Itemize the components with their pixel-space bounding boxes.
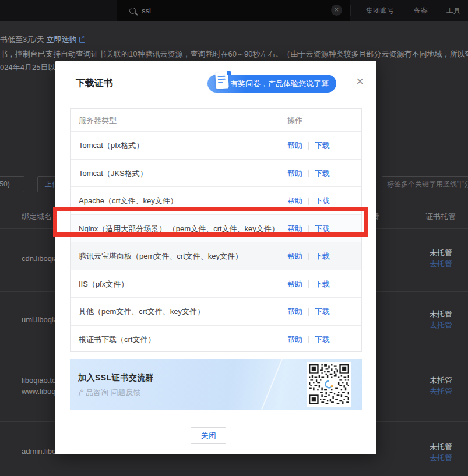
action-divider	[308, 308, 309, 316]
table-row-tomcat-pfx: Tomcat（pfx格式） 帮助下载	[71, 131, 361, 159]
hosting-cell: 未托管 去托管	[430, 247, 452, 269]
promo-text: 书低至3元/天	[0, 35, 46, 44]
table-row-root-cert: 根证书下载（crt文件） 帮助下载	[71, 325, 361, 353]
domain-cell: cdn.liboqia	[22, 254, 58, 263]
help-link[interactable]: 帮助	[287, 196, 302, 206]
table-row-apache: Apache（crt文件、key文件） 帮助下载	[71, 186, 361, 214]
survey-banner-button[interactable]: 有奖问卷，产品体验您说了算	[207, 75, 336, 93]
server-type-label: Apache（crt文件、key文件）	[79, 196, 178, 206]
download-link[interactable]: 下载	[315, 140, 330, 151]
clear-search-icon[interactable]: ×	[331, 5, 342, 16]
server-type-label: Tomcat（pfx格式）	[79, 140, 143, 151]
hosting-status: 未托管	[430, 375, 452, 386]
column-header-server-type: 服务器类型	[79, 115, 117, 126]
buy-now-link[interactable]: 立即选购	[46, 35, 76, 44]
global-search-input[interactable]: ssl ×	[117, 0, 350, 21]
domain-cell: admin.libo	[22, 447, 56, 456]
external-link-icon	[79, 37, 85, 43]
table-row-iis: IIS（pfx文件） 帮助下载	[71, 270, 361, 298]
community-banner: 加入SSL证书交流群 产品咨询 问题反馈	[70, 359, 362, 410]
table-row-other: 其他（pem文件、crt文件、key文件） 帮助下载	[71, 297, 361, 325]
top-navbar: ssl × 集团账号 备案 工具	[0, 0, 468, 21]
domain-cell: umi.liboqia	[22, 315, 58, 324]
action-divider	[308, 198, 309, 205]
action-divider	[308, 142, 309, 150]
column-header-operation: 操作	[287, 115, 302, 126]
help-link[interactable]: 帮助	[287, 168, 302, 179]
help-link[interactable]: 帮助	[287, 140, 302, 151]
download-link[interactable]: 下载	[315, 251, 330, 262]
download-link[interactable]: 下载	[315, 334, 330, 345]
server-type-label: IIS（pfx文件）	[79, 279, 128, 290]
table-header-row: 服务器类型 操作	[71, 109, 361, 131]
search-icon	[129, 8, 136, 14]
help-link[interactable]: 帮助	[287, 334, 302, 345]
hosting-status: 未托管	[430, 308, 452, 319]
table-row-nginx: Nginx（适用大部分场景） （pem文件、crt文件、key文件） 帮助下载	[71, 214, 361, 242]
go-hosting-link[interactable]: 去托管	[430, 258, 452, 269]
download-link[interactable]: 下载	[315, 224, 330, 234]
banner-subtitle: 产品咨询 问题反馈	[78, 387, 141, 398]
banner-title: 加入SSL证书交流群	[78, 373, 154, 383]
console-notice-text: 书，控制台已支持自动查询证书关联的10种腾讯云资源，查询耗时在60～90秒左右。…	[0, 49, 468, 59]
promo-banner: 书低至3元/天 立即选购	[0, 34, 85, 45]
table-row-bt-panel: 腾讯云宝塔面板（pem文件、crt文件、key文件） 帮助下载	[71, 242, 361, 270]
table-row-tomcat-jks: Tomcat（JKS格式） 帮助下载	[71, 159, 361, 187]
domain-cell: www.liboqi	[22, 387, 57, 396]
server-type-table: 服务器类型 操作 Tomcat（pfx格式） 帮助下载 Tomcat（JKS格式…	[70, 108, 362, 352]
search-input-value: ssl	[142, 6, 151, 15]
column-header-cert-hosting: 证书托管	[425, 211, 456, 222]
help-link[interactable]: 帮助	[287, 224, 302, 234]
server-type-label: Tomcat（JKS格式）	[79, 168, 147, 179]
hosting-cell: 未托管 去托管	[430, 441, 452, 463]
download-link[interactable]: 下载	[315, 306, 330, 317]
help-link[interactable]: 帮助	[287, 306, 302, 317]
column-header-bound-domain: 绑定域名	[22, 211, 52, 222]
domain-cell: liboqiao.top	[22, 376, 61, 385]
download-link[interactable]: 下载	[315, 196, 330, 206]
date-fragment-text: 024年4月25日以	[0, 62, 55, 73]
action-divider	[308, 280, 309, 288]
server-type-label: 根证书下载（crt文件）	[79, 334, 155, 345]
action-divider	[308, 336, 309, 343]
help-link[interactable]: 帮助	[287, 279, 302, 290]
dialog-title: 下载证书	[76, 77, 113, 90]
survey-label: 有奖问卷，产品体验您说了算	[230, 79, 329, 88]
server-type-label: 其他（pem文件、crt文件、key文件）	[79, 306, 205, 317]
server-type-label: Nginx（适用大部分场景） （pem文件、crt文件、key文件）	[79, 224, 279, 234]
go-hosting-link[interactable]: 去托管	[430, 319, 452, 330]
nav-item-icp[interactable]: 备案	[414, 0, 428, 21]
hosting-status: 未托管	[430, 247, 452, 258]
qr-code	[307, 362, 351, 407]
download-link[interactable]: 下载	[315, 168, 330, 179]
nav-item-group-account[interactable]: 集团账号	[366, 0, 394, 21]
nav-item-tools[interactable]: 工具	[446, 0, 460, 21]
hosting-cell: 未托管 去托管	[430, 375, 452, 397]
download-certificate-dialog: 下载证书 有奖问卷，产品体验您说了算 × 服务器类型 操作 Tomcat（pfx…	[55, 61, 376, 454]
action-divider	[308, 225, 309, 232]
tag-filter-input[interactable]: 标签多个关键字用竖线"|"分	[382, 176, 468, 192]
help-link[interactable]: 帮助	[287, 251, 302, 262]
hosting-status: 未托管	[430, 441, 452, 452]
close-icon[interactable]: ×	[356, 75, 364, 88]
survey-document-fold	[227, 71, 231, 75]
topbar-divider	[350, 5, 351, 16]
go-hosting-link[interactable]: 去托管	[430, 386, 452, 397]
close-button[interactable]: 关闭	[191, 427, 226, 444]
go-hosting-link[interactable]: 去托管	[430, 452, 452, 463]
hosting-cell: 未托管 去托管	[430, 308, 452, 330]
filter-tab-button[interactable]: 50)	[0, 176, 24, 192]
action-divider	[308, 253, 309, 260]
download-link[interactable]: 下载	[315, 279, 330, 290]
action-divider	[308, 170, 309, 177]
page: ssl × 集团账号 备案 工具 书低至3元/天 立即选购 书，控制台已支持自动…	[0, 0, 468, 476]
server-type-label: 腾讯云宝塔面板（pem文件、crt文件、key文件）	[79, 251, 242, 262]
banner-decoration	[257, 359, 287, 410]
